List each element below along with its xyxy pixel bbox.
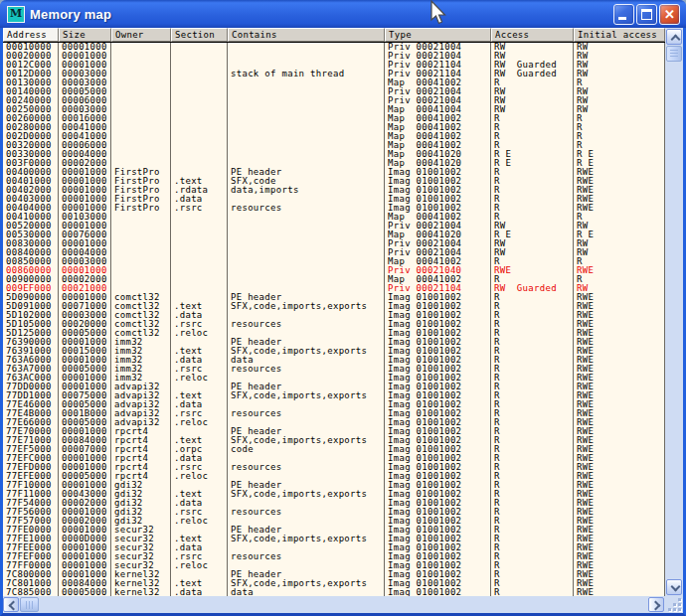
cell-type: Imag 01001002 [385,579,491,588]
cell-address: 00280000 [3,123,59,132]
table-row[interactable]: 0002000000001000Priv 00021004RWRW [3,52,665,61]
cell-address: 77E71000 [3,436,59,445]
table-row[interactable]: 77FE000000001000secur32PE headerImag 010… [3,526,665,535]
table-row[interactable]: 0012D00000003000stack of main threadPriv… [3,70,665,78]
table-row[interactable]: 0032000000006000Map 00041002RR [3,141,665,150]
column-header-owner[interactable]: Owner [111,28,171,42]
cell-access: R [491,481,574,490]
column-header-initial-access[interactable]: Initial access [574,28,665,42]
table-row[interactable]: 0012C00000001000Priv 00021104RW GuardedR… [3,61,665,70]
cell-owner: rpcrt4 [111,454,171,463]
table-row[interactable]: 0040300000001000FirstPro.dataImag 010010… [3,195,665,204]
table-row[interactable]: 763AC00000001000imm32.relocImag 01001002… [3,374,665,383]
cell-access: R [491,168,574,177]
scroll-down-button[interactable] [666,579,682,595]
table-row[interactable]: 0040200000001000FirstPro.rdatadata,impor… [3,186,665,195]
table-row[interactable]: 0083000000001000Priv 00021004RWRW [3,239,665,248]
table-row[interactable]: 77FEE00000001000secur32.dataImag 0100100… [3,543,665,552]
cell-section [171,43,228,52]
table-row[interactable]: 0090000000002000Map 00041002RR [3,275,665,284]
table-row[interactable]: 77EFC00000001000rpcrt4.dataImag 01001002… [3,454,665,463]
table-row[interactable]: 77E7100000084000rpcrt4.textSFX,code,impo… [3,436,665,445]
horizontal-scroll-thumb[interactable] [20,597,39,612]
cell-section [171,87,228,96]
cell-section [171,70,228,78]
scroll-left-button[interactable] [3,597,19,612]
cell-size: 00003000 [59,257,111,266]
close-button[interactable]: ✕ [659,4,680,25]
table-row[interactable]: 77EFD00000001000rpcrt4.rsrcresourcesImag… [3,463,665,472]
table-row[interactable]: 77F5400000002000gdi32.dataImag 01001002R… [3,499,665,508]
table-row[interactable]: 0001000000001000Priv 00021004RWRW [3,43,665,52]
cell-section: .text [171,436,228,445]
table-row[interactable]: 77E7000000001000rpcrt4PE headerImag 0100… [3,427,665,436]
table-row[interactable]: 003F000000002000Map 00041020R ER E [3,159,665,168]
scroll-right-button[interactable] [648,597,664,612]
table-row[interactable]: 763A700000005000imm32.rsrcresourcesImag … [3,365,665,374]
maximize-button[interactable] [636,4,657,25]
table-row[interactable]: 77E4B0000001B000advapi32.rsrcresourcesIm… [3,409,665,418]
table-row[interactable]: 7C88500000005000kernel32.datadataImag 01… [3,588,665,596]
cell-section: .rsrc [171,409,228,418]
column-header-size[interactable]: Size [59,28,111,42]
scroll-up-button[interactable] [666,29,682,45]
table-row[interactable]: 0024000000006000Priv 00021004RWRW [3,96,665,105]
table-row[interactable]: 0052000000001000Priv 00021004RWRW [3,222,665,231]
resize-grip[interactable] [665,596,683,613]
table-row[interactable]: 77F5700000002000gdi32.relocImag 01001002… [3,517,665,526]
column-header-section[interactable]: Section [171,28,228,42]
table-row[interactable]: 5D09000000001000comctl32PE headerImag 01… [3,293,665,302]
table-row[interactable]: 77F1000000001000gdi32PE headerImag 01001… [3,481,665,490]
minimize-button[interactable] [613,4,634,25]
cell-owner: rpcrt4 [111,463,171,472]
table-row[interactable]: 77E6600000005000advapi32.relocImag 01001… [3,418,665,427]
table-row[interactable]: 0040000000001000FirstProPE headerImag 01… [3,168,665,177]
cell-section [171,248,228,257]
table-row[interactable]: 77F5600000001000gdi32.rsrcresourcesImag … [3,508,665,517]
table-row[interactable]: 77EF500000007000rpcrt4.orpccodeImag 0100… [3,445,665,454]
table-row[interactable]: 77DD100000075000advapi32.textSFX,code,im… [3,391,665,400]
table-row[interactable]: 0028000000041000Map 00041002RR [3,123,665,132]
table-row[interactable]: 7639000000001000imm32PE headerImag 01001… [3,338,665,347]
table-row[interactable]: 0041000000103000Map 00041002RR [3,213,665,222]
table-row[interactable]: 7639100000015000imm32.textSFX,code,impor… [3,347,665,356]
table-row[interactable]: 5D10200000003000comctl32.dataImag 010010… [3,311,665,320]
table-row[interactable]: 0026000000016000Map 00041002RR [3,114,665,123]
table-row[interactable]: 77EFE00000005000rpcrt4.relocImag 0100100… [3,472,665,481]
table-row[interactable]: 0084000000004000Priv 00021004RWRW [3,248,665,257]
memory-map-icon[interactable]: M [7,6,25,23]
table-row[interactable]: 0085000000003000Map 00041002RR [3,257,665,266]
horizontal-scrollbar[interactable] [3,596,665,613]
cell-access: R [491,329,574,338]
table-row[interactable]: 77E4600000005000advapi32.dataImag 010010… [3,400,665,409]
table-row[interactable]: 77DD000000001000advapi32PE headerImag 01… [3,383,665,391]
table-row[interactable]: 77F1100000043000gdi32.textSFX,code,impor… [3,490,665,499]
table-row[interactable]: 7C80100000084000kernel32.textSFX,code,im… [3,579,665,588]
table-row[interactable]: 5D09100000071000comctl32.textSFX,code,im… [3,302,665,311]
table-row[interactable]: 763A600000001000imm32.datadataImag 01001… [3,356,665,365]
table-row[interactable]: 0014000000005000Priv 00021004RWRW [3,87,665,96]
table-row[interactable]: 0025000000003000Map 00041004RWRW [3,105,665,114]
vertical-scrollbar[interactable] [665,28,683,596]
table-row[interactable]: 009EF00000021000Priv 00021104RW GuardedR… [3,284,665,293]
table-row[interactable]: 0040400000001000FirstPro.rsrcresourcesIm… [3,204,665,213]
vertical-scroll-thumb[interactable] [666,46,682,62]
title-bar[interactable]: M Memory map ✕ [0,0,686,28]
cell-address: 77DD1000 [3,391,59,400]
column-header-address[interactable]: Address [3,28,59,42]
table-row[interactable]: 0040100000001000FirstPro.textSFX,codeIma… [3,177,665,186]
table-row[interactable]: 7C80000000001000kernel32PE headerImag 01… [3,570,665,579]
table-row[interactable]: 5D12500000005000comctl32.relocImag 01001… [3,329,665,338]
table-row[interactable]: 002D000000041000Map 00041002RR [3,132,665,141]
table-row[interactable]: 77FF000000001000secur32.relocImag 010010… [3,561,665,570]
table-row[interactable]: 5D10500000020000comctl32.rsrcresourcesIm… [3,320,665,329]
cell-access: R E [491,159,574,168]
table-row[interactable]: 0013000000003000Map 00041002RR [3,78,665,87]
table-row[interactable]: 0033000000004000Map 00041020R ER E [3,150,665,159]
table-row[interactable]: 0053000000076000Map 00041020R ER E [3,231,665,239]
table-row[interactable]: 77FE10000000D000secur32.textSFX,code,imp… [3,535,665,543]
table-row[interactable]: 77FEF00000001000secur32.rsrcresourcesIma… [3,552,665,561]
column-header-contains[interactable]: Contains [228,28,385,42]
column-header-access[interactable]: Access [491,28,574,42]
table-row[interactable]: 0086000000001000Priv 00021040RWERWE [3,266,665,275]
